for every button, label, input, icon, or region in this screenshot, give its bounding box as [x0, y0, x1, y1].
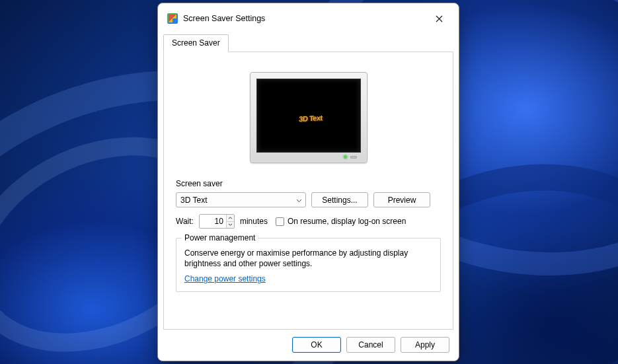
power-management-group: Power management Conserve energy or maxi… [176, 238, 441, 292]
settings-button[interactable]: Settings... [311, 192, 368, 207]
wait-spinner[interactable] [199, 214, 235, 229]
chevron-up-icon [228, 217, 233, 219]
monitor-preview: 3D Text [250, 72, 367, 163]
wait-decrement[interactable] [227, 222, 234, 229]
monitor-controls [256, 153, 361, 160]
cancel-button[interactable]: Cancel [346, 337, 395, 353]
wait-input[interactable] [200, 215, 226, 228]
monitor-button-icon [350, 156, 357, 159]
titlebar: Screen Saver Settings [158, 3, 459, 34]
resume-logon-label: On resume, display log-on screen [288, 217, 406, 226]
close-icon [436, 15, 443, 22]
apply-button[interactable]: Apply [401, 337, 449, 353]
dialog-buttons: OK Cancel Apply [158, 330, 459, 361]
tab-screen-saver[interactable]: Screen Saver [163, 34, 229, 52]
ok-button[interactable]: OK [292, 337, 341, 353]
change-power-settings-link[interactable]: Change power settings [184, 274, 266, 283]
power-management-desc: Conserve energy or maximise performance … [184, 248, 432, 269]
screensaver-icon [167, 13, 178, 24]
preview-button[interactable]: Preview [373, 192, 430, 207]
preview-area: 3D Text [164, 52, 453, 179]
screen-saver-settings-dialog: Screen Saver Settings Screen Saver 3D Te… [157, 3, 459, 361]
wait-unit-label: minutes [240, 217, 268, 226]
wait-label: Wait: [176, 217, 194, 226]
power-management-legend: Power management [182, 233, 258, 242]
preview-3d-text: 3D Text [299, 114, 323, 123]
screen-saver-group: Screen saver 3D Text Settings... Preview… [176, 179, 441, 229]
window-title: Screen Saver Settings [183, 14, 265, 23]
close-button[interactable] [424, 9, 453, 28]
tab-panel: 3D Text Screen saver 3D Text [163, 52, 453, 330]
screen-saver-select[interactable]: 3D Text [176, 192, 306, 207]
power-led-icon [344, 155, 347, 159]
screen-saver-label: Screen saver [176, 179, 441, 188]
wait-increment[interactable] [227, 215, 234, 222]
chevron-down-icon [228, 223, 233, 226]
monitor-screen: 3D Text [256, 79, 361, 153]
tabstrip: Screen Saver [158, 34, 459, 52]
resume-logon-checkbox[interactable] [276, 217, 284, 226]
